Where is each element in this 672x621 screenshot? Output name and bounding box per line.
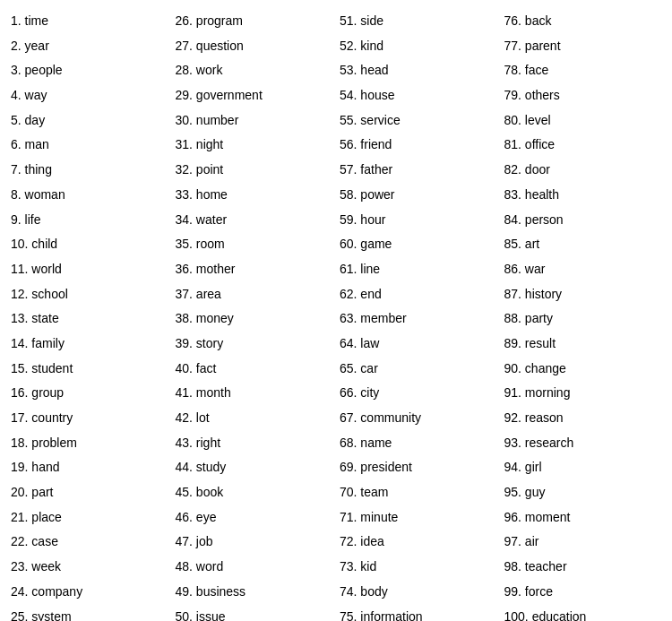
list-item: 47. job [172, 530, 337, 555]
list-item: 1. time [7, 9, 172, 34]
list-item: 25. system [7, 605, 172, 622]
list-item: 31. night [172, 133, 337, 158]
list-item: 77. parent [501, 34, 666, 59]
list-item: 63. member [336, 306, 501, 332]
list-item: 34. water [172, 208, 337, 233]
list-item: 82. door [501, 158, 666, 183]
list-item: 45. book [172, 480, 337, 505]
list-item: 20. part [7, 480, 172, 505]
list-item: 7. thing [7, 158, 172, 183]
list-item: 9. life [7, 208, 172, 233]
column-3: 51. side52. kind53. head54. house55. ser… [336, 9, 501, 621]
list-item: 93. research [501, 431, 666, 456]
list-item: 91. morning [501, 381, 666, 406]
list-item: 67. community [336, 406, 501, 431]
list-item: 8. woman [7, 183, 172, 208]
list-item: 98. teacher [501, 555, 666, 580]
column-2: 26. program27. question28. work29. gover… [172, 9, 337, 621]
list-item: 35. room [172, 232, 337, 257]
list-item: 64. law [336, 332, 501, 357]
list-item: 61. line [336, 257, 501, 282]
list-item: 71. minute [336, 505, 501, 530]
list-item: 5. day [7, 108, 172, 134]
list-item: 87. history [501, 282, 666, 307]
list-item: 38. money [172, 306, 337, 332]
list-item: 90. change [501, 357, 666, 382]
list-item: 78. face [501, 58, 666, 83]
list-item: 96. moment [501, 505, 666, 530]
list-item: 56. friend [336, 133, 501, 158]
list-item: 24. company [7, 580, 172, 605]
list-item: 53. head [336, 58, 501, 83]
list-item: 99. force [501, 580, 666, 605]
list-item: 94. girl [501, 455, 666, 480]
list-item: 22. case [7, 530, 172, 555]
list-item: 11. world [7, 257, 172, 282]
list-item: 19. hand [7, 455, 172, 480]
list-item: 65. car [336, 357, 501, 382]
list-item: 33. home [172, 183, 337, 208]
list-item: 74. body [336, 580, 501, 605]
list-item: 76. back [501, 9, 666, 34]
list-item: 36. mother [172, 257, 337, 282]
list-item: 92. reason [501, 406, 666, 431]
list-item: 3. people [7, 58, 172, 83]
list-item: 40. fact [172, 357, 337, 382]
list-item: 100. education [501, 605, 666, 622]
list-item: 69. president [336, 455, 501, 480]
list-item: 10. child [7, 232, 172, 257]
list-item: 57. father [336, 158, 501, 183]
list-item: 75. information [336, 605, 501, 622]
list-item: 30. number [172, 108, 337, 134]
list-item: 55. service [336, 108, 501, 134]
list-item: 95. guy [501, 480, 666, 505]
list-item: 88. party [501, 306, 666, 332]
list-item: 86. war [501, 257, 666, 282]
list-item: 17. country [7, 406, 172, 431]
list-item: 68. name [336, 431, 501, 456]
list-item: 83. health [501, 183, 666, 208]
list-item: 84. person [501, 208, 666, 233]
list-item: 70. team [336, 480, 501, 505]
list-item: 14. family [7, 332, 172, 357]
list-item: 12. school [7, 282, 172, 307]
list-item: 62. end [336, 282, 501, 307]
list-item: 41. month [172, 381, 337, 406]
list-item: 39. story [172, 332, 337, 357]
list-item: 89. result [501, 332, 666, 357]
list-item: 66. city [336, 381, 501, 406]
list-item: 50. issue [172, 605, 337, 622]
list-item: 97. air [501, 530, 666, 555]
list-item: 72. idea [336, 530, 501, 555]
list-item: 15. student [7, 357, 172, 382]
list-item: 44. study [172, 455, 337, 480]
list-item: 32. point [172, 158, 337, 183]
list-item: 37. area [172, 282, 337, 307]
list-item: 52. kind [336, 34, 501, 59]
list-item: 27. question [172, 34, 337, 59]
list-item: 21. place [7, 505, 172, 530]
list-item: 80. level [501, 108, 666, 134]
list-item: 49. business [172, 580, 337, 605]
word-grid: 1. time2. year3. people4. way5. day6. ma… [7, 9, 665, 621]
list-item: 43. right [172, 431, 337, 456]
list-item: 48. word [172, 555, 337, 580]
list-item: 73. kid [336, 555, 501, 580]
list-item: 29. government [172, 83, 337, 108]
list-item: 42. lot [172, 406, 337, 431]
list-item: 81. office [501, 133, 666, 158]
list-item: 54. house [336, 83, 501, 108]
list-item: 23. week [7, 555, 172, 580]
list-item: 2. year [7, 34, 172, 59]
list-item: 46. eye [172, 505, 337, 530]
list-item: 18. problem [7, 431, 172, 456]
column-1: 1. time2. year3. people4. way5. day6. ma… [7, 9, 172, 621]
list-item: 6. man [7, 133, 172, 158]
list-item: 85. art [501, 232, 666, 257]
list-item: 4. way [7, 83, 172, 108]
list-item: 59. hour [336, 208, 501, 233]
column-4: 76. back77. parent78. face79. others80. … [501, 9, 666, 621]
list-item: 60. game [336, 232, 501, 257]
list-item: 13. state [7, 306, 172, 332]
list-item: 79. others [501, 83, 666, 108]
